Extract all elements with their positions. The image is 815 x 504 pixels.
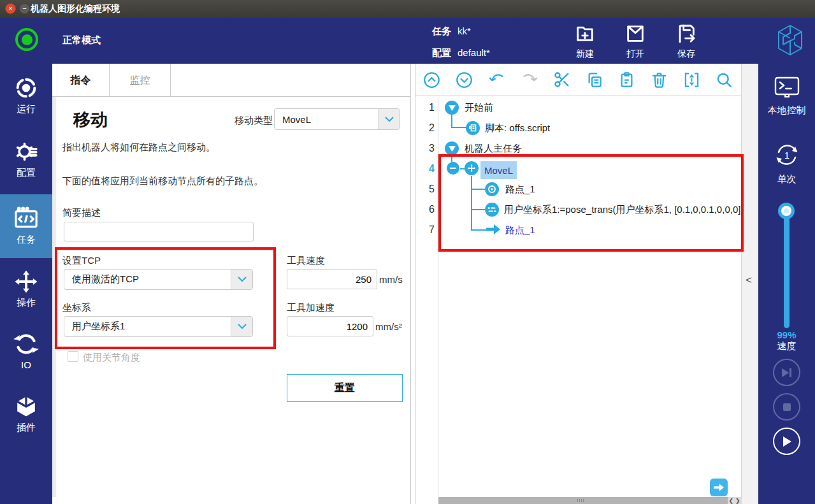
tree-row-label[interactable]: 脚本: offs.script	[485, 118, 550, 138]
gear-icon	[0, 139, 52, 164]
goto-waypoint-icon[interactable]	[486, 224, 500, 237]
row-number-selected: 4	[415, 159, 435, 179]
instruction-detail-panel: 指令 监控 移动 移动类型 MoveL 指出机器人将如何在路点之间移动。 下面的…	[52, 64, 411, 504]
undo-button[interactable]	[480, 71, 513, 89]
step-button[interactable]	[773, 359, 800, 386]
jump-to-node-button[interactable]	[710, 479, 728, 496]
tcp-dropdown[interactable]: 使用激活的TCP	[64, 269, 253, 290]
row-number: 6	[415, 199, 435, 220]
task-label: 任务	[432, 25, 451, 38]
tcp-label: 设置TCP	[62, 255, 101, 267]
assignment-node-icon[interactable]	[485, 203, 499, 217]
tree-connector	[471, 189, 485, 190]
collapse-minus-icon[interactable]	[447, 162, 459, 175]
panel-collapse-strip: <	[741, 64, 758, 504]
collapse-node-icon[interactable]	[445, 141, 459, 155]
sidebar-item-task[interactable]: 任务	[0, 194, 52, 258]
task-code-icon	[0, 206, 52, 231]
config-label: 配置	[432, 47, 451, 59]
run-icon	[0, 75, 52, 101]
tree-connector	[471, 229, 486, 231]
speed-percent: 99%	[758, 329, 815, 340]
reset-button[interactable]: 重置	[287, 374, 403, 402]
script-node-icon[interactable]	[466, 121, 480, 135]
stop-button[interactable]	[773, 393, 800, 421]
sidebar-item-operate[interactable]: 操作	[0, 269, 52, 324]
io-sync-icon	[0, 331, 52, 357]
collapse-panel-chevron[interactable]: <	[746, 274, 752, 287]
speed-slider-handle[interactable]	[778, 203, 795, 219]
copy-button[interactable]	[578, 71, 610, 89]
move-type-dropdown[interactable]: MoveL	[274, 108, 400, 130]
window-close-button[interactable]: ×	[5, 3, 16, 14]
tab-bar: 指令 监控	[52, 64, 410, 97]
app-header: 正常模式 任务 kk* 配置 default* 新建 打开 保存	[0, 18, 815, 64]
move-type-label: 移动类型	[234, 115, 273, 127]
tab-monitor[interactable]: 监控	[110, 64, 171, 97]
sidebar-item-run[interactable]: 运行	[0, 75, 52, 130]
sidebar-item-config[interactable]: 配置	[0, 139, 52, 194]
paste-button[interactable]	[610, 71, 643, 89]
row-number: 5	[415, 179, 435, 199]
local-control-label: 本地控制	[758, 104, 815, 117]
search-button[interactable]	[708, 71, 740, 89]
move-node-icon[interactable]	[465, 161, 479, 175]
tree-connector	[471, 209, 485, 210]
tree-connector	[451, 155, 452, 162]
move-node-up-button[interactable]	[415, 71, 448, 89]
tree-row-selected[interactable]: MoveL	[480, 160, 517, 180]
cube-icon	[0, 394, 52, 419]
window-minimize-button[interactable]: −	[19, 3, 30, 14]
description-line-2: 下面的值将应用到当前移动节点所有的子路点。	[62, 175, 263, 187]
collapse-node-icon[interactable]	[445, 101, 459, 115]
save-icon	[675, 36, 697, 47]
tree-row-label[interactable]: 用户坐标系1:=pose_trans(用户坐标系1, [0.1,0,0.1,0,…	[504, 199, 744, 220]
play-button[interactable]	[773, 428, 800, 455]
row-number: 2	[415, 118, 435, 138]
mode-label: 正常模式	[62, 34, 101, 47]
joint-angle-checkbox[interactable]	[68, 351, 78, 362]
new-button[interactable]: 新建	[565, 23, 605, 60]
open-button[interactable]: 打开	[615, 23, 656, 60]
scrollbar-thumb[interactable]	[438, 497, 728, 504]
tree-row-label-link[interactable]: 路点_1	[505, 220, 535, 240]
horizontal-scrollbar: ❮❯	[415, 497, 741, 504]
window-title: 机器人图形化编程环境	[31, 3, 120, 15]
row-number: 3	[415, 138, 435, 159]
description-line-1: 指出机器人将如何在路点之间移动。	[62, 141, 215, 154]
tab-instruction[interactable]: 指令	[52, 64, 110, 97]
titlebar: × − 机器人图形化编程环境	[0, 0, 815, 18]
tool-speed-input[interactable]	[287, 269, 377, 289]
tree-row-label[interactable]: 机器人主任务	[465, 138, 522, 159]
local-control-button[interactable]	[758, 75, 815, 104]
mode-status-icon	[15, 28, 38, 51]
frame-dropdown[interactable]: 用户坐标系1	[64, 316, 253, 337]
svg-text:1: 1	[784, 150, 790, 161]
tree-row-label[interactable]: 开始前	[465, 97, 493, 118]
row-number: 1	[415, 97, 435, 118]
delete-button[interactable]	[643, 71, 675, 89]
brief-desc-input[interactable]	[64, 222, 254, 241]
sidebar-item-io[interactable]: IO	[0, 331, 52, 386]
tool-accel-input[interactable]	[287, 316, 373, 336]
tree-connector	[451, 127, 466, 128]
chevron-down-icon	[231, 317, 252, 336]
joint-angle-label: 使用关节角度	[83, 352, 140, 364]
speed-label: 速度	[758, 340, 815, 352]
waypoint-node-icon[interactable]	[485, 182, 499, 196]
tool-speed-unit: mm/s	[379, 274, 403, 285]
new-file-icon	[574, 36, 596, 47]
redo-button[interactable]	[513, 71, 545, 89]
save-button[interactable]: 保存	[666, 23, 707, 60]
speed-slider-track[interactable]	[784, 207, 790, 328]
sidebar-item-plugin[interactable]: 插件	[0, 394, 52, 449]
scrollbar-arrows[interactable]: ❮❯	[728, 497, 741, 504]
move-node-down-button[interactable]	[448, 71, 480, 89]
single-run-button[interactable]: 1	[758, 140, 815, 172]
terminal-icon	[772, 75, 802, 104]
tool-accel-unit: mm/s²	[375, 321, 402, 332]
collapse-all-button[interactable]	[675, 71, 708, 89]
tree-row-label[interactable]: 路点_1	[505, 179, 535, 199]
left-sidebar: 运行 配置 任务 操作 IO 插件	[0, 64, 52, 504]
cut-button[interactable]	[545, 71, 578, 89]
